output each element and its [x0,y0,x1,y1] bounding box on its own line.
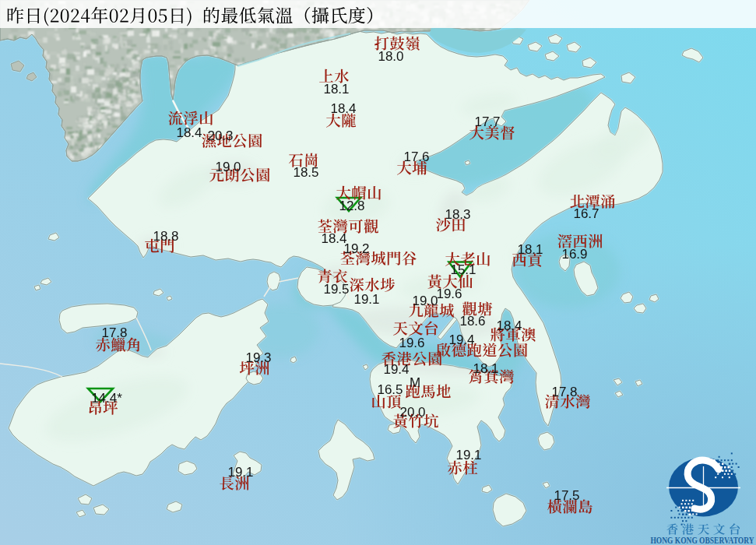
logo-en-text: HONG KONG OBSERVATORY [651,535,754,545]
station-value: 19.2 [343,241,369,256]
station-value: 17.8 [101,325,127,340]
station-value: 18.4 [176,125,202,140]
station-value: 17.7 [474,114,500,129]
station-value: 19.5 [323,282,349,297]
station-value: 19.6 [436,287,462,301]
station-value: 20.3 [207,128,233,143]
station-value: 18.3 [445,207,470,222]
station-value: 16.9 [561,247,587,262]
station-value: 15.1 [450,262,476,277]
station-value: 17.5 [554,488,579,503]
station-value: 16.5 [377,382,403,397]
station-value: 19.0 [215,160,241,174]
station-value: 17.8 [551,385,577,399]
station-value: 18.5 [293,165,318,180]
station-value: 17.6 [403,149,429,164]
min-temperature-map: 18.018.118.418.420.319.018.517.717.612.8… [0,0,756,545]
station-value: M [410,375,420,390]
title-bar-bg [0,0,756,28]
hong-kong-map: 18.018.118.418.420.319.018.517.717.612.8… [0,0,756,545]
station-value: 19.0 [412,294,438,308]
station-value: 12.8 [339,199,364,213]
station-value: 14.4* [91,391,122,406]
station-value: 19.1 [353,292,379,307]
station-value: 19.6 [399,336,424,350]
station-value: 19.1 [455,448,481,462]
station-value: 18.0 [378,49,403,64]
station-value: 19.1 [227,465,253,480]
station-value: 19.3 [245,350,271,365]
station-value: 18.1 [323,82,349,97]
station-value: 18.8 [153,229,178,244]
station-value: 16.7 [573,206,599,221]
station-value: 18.6 [459,314,485,329]
station-value: 20.0 [399,405,425,420]
station-value: 18.4 [496,318,522,333]
station-value: 18.1 [473,361,498,376]
title-bar [0,0,756,28]
station-value: 19.4 [383,362,409,377]
station-value: 19.4 [448,332,474,347]
station-value: 18.4 [330,101,356,116]
station-value: 18.1 [517,242,543,257]
map-base [0,0,756,545]
